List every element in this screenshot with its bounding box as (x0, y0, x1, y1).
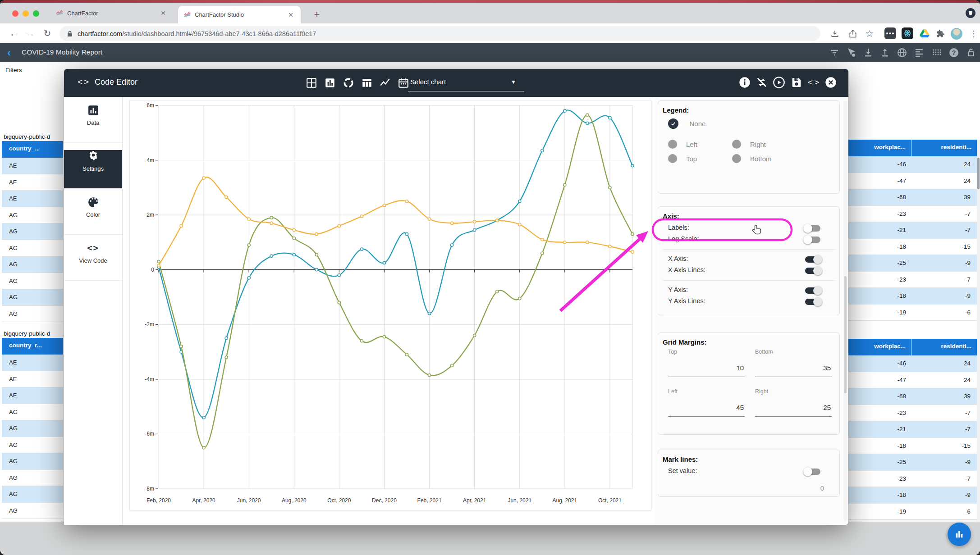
field-value[interactable]: 25 (823, 404, 831, 411)
filter-icon[interactable] (829, 47, 840, 58)
view-code-icon[interactable]: <> (808, 77, 821, 91)
browser-menu-icon[interactable]: ⋮ (967, 27, 980, 40)
new-tab-button[interactable]: + (310, 8, 324, 22)
panel-scrollbar[interactable] (843, 100, 847, 521)
grid-margin-bottom[interactable]: Bottom35 (755, 349, 832, 388)
table-row[interactable]: AG (2, 470, 63, 487)
bookmark-star-icon[interactable]: ☆ (863, 27, 876, 40)
table-row[interactable]: -4724 (848, 173, 977, 190)
legend-option-left[interactable]: Left (668, 140, 732, 149)
table-row[interactable]: AE (2, 371, 63, 388)
column-header-residential[interactable]: residenti... (911, 339, 977, 355)
grid-dots-icon[interactable] (931, 47, 942, 58)
toggle-on[interactable] (805, 299, 820, 305)
legend-option-top[interactable]: Top (668, 154, 732, 163)
toggle-on[interactable] (805, 268, 820, 274)
close-icon[interactable] (824, 76, 838, 90)
grid-margin-top[interactable]: Top10 (668, 349, 745, 388)
toggle-off[interactable] (805, 225, 820, 232)
align-list-icon[interactable] (914, 47, 925, 58)
disable-interactions-icon[interactable] (756, 76, 769, 90)
grid-margin-left[interactable]: Left45 (668, 388, 745, 428)
table-scrollbar[interactable] (977, 140, 980, 555)
traffic-light-close[interactable] (12, 10, 18, 17)
line-chart[interactable]: 6m4m2m0-2m-4m-6m-8mFeb, 2020Apr, 2020Jun… (130, 100, 651, 510)
table-row[interactable]: -23-7 (848, 471, 977, 487)
table-row[interactable]: AG (2, 453, 63, 470)
extension-drive-icon[interactable] (919, 27, 930, 39)
tab-chartfactor-studio[interactable]: ChartFactor Studio ✕ (178, 6, 301, 23)
extension-dots-icon[interactable]: ●●● (884, 27, 896, 39)
field-value[interactable]: 10 (736, 364, 744, 372)
download-page-icon[interactable] (829, 27, 841, 40)
table-row[interactable]: -23-7 (848, 206, 977, 223)
extensions-puzzle-icon[interactable] (934, 27, 947, 40)
save-icon[interactable] (790, 76, 804, 90)
extension-react-icon[interactable] (902, 27, 913, 39)
upload-icon[interactable] (879, 47, 890, 58)
legend-none-radio[interactable] (668, 118, 678, 129)
grid-margin-right[interactable]: Right25 (755, 388, 832, 428)
reload-button[interactable]: ↻ (41, 27, 54, 41)
add-chart-fab[interactable] (948, 523, 971, 546)
table-row[interactable]: AG (2, 273, 63, 290)
toggle-off[interactable] (805, 237, 820, 243)
table-row[interactable]: -19-6 (848, 305, 977, 321)
radio-icon[interactable] (668, 140, 677, 149)
radio-icon[interactable] (732, 140, 741, 149)
tab-close-icon[interactable]: ✕ (159, 9, 168, 17)
tab-close-icon[interactable]: ✕ (286, 11, 295, 18)
globe-icon[interactable] (897, 47, 907, 58)
avatar[interactable] (950, 27, 963, 40)
table-row[interactable]: AG (2, 223, 63, 240)
table-row[interactable]: -21-7 (848, 222, 977, 239)
table-row[interactable]: AG (2, 503, 63, 519)
chart-type-donut-icon[interactable] (343, 77, 355, 89)
table-row[interactable]: -23-7 (848, 405, 977, 422)
column-header-country[interactable]: country_... (2, 141, 63, 158)
table-row[interactable]: AG (2, 437, 63, 454)
table-row[interactable]: AG (2, 306, 63, 323)
table-row[interactable]: AE (2, 191, 63, 207)
column-header-country-region[interactable]: country_r... (2, 338, 63, 355)
browser-profile-badge[interactable] (966, 8, 975, 18)
table-row[interactable]: AG (2, 207, 63, 224)
table-row[interactable]: AG (2, 404, 63, 421)
table-row[interactable]: -25-9 (848, 454, 977, 471)
app-back-button[interactable]: ‹ (7, 46, 11, 59)
share-icon[interactable] (847, 27, 859, 40)
toggle-on[interactable] (805, 287, 820, 294)
field-value[interactable]: 45 (736, 404, 744, 411)
toggle-on[interactable] (805, 256, 820, 263)
legend-option-bottom[interactable]: Bottom (732, 154, 796, 163)
tab-chartfactor[interactable]: ChartFactor ✕ (50, 3, 173, 23)
table-row[interactable]: -6839 (848, 189, 977, 206)
chart-type-bar-icon[interactable] (324, 77, 336, 89)
table-row[interactable]: -6839 (848, 388, 977, 405)
table-row[interactable]: -18-15 (848, 239, 977, 255)
table-row[interactable]: -4624 (848, 355, 977, 372)
table-row[interactable]: -18-9 (848, 487, 977, 504)
legend-option-right[interactable]: Right (732, 140, 796, 149)
table-row[interactable]: -21-7 (848, 421, 977, 438)
table-row[interactable]: AG (2, 486, 63, 503)
table-row[interactable]: AE (2, 158, 63, 174)
download-icon[interactable] (863, 47, 874, 58)
table-row[interactable]: AE (2, 387, 63, 404)
traffic-light-minimize[interactable] (23, 10, 29, 17)
sidebar-item-data[interactable]: Data (64, 104, 122, 143)
column-header-workplaces[interactable]: workplac... (848, 140, 911, 156)
table-row[interactable]: -18-9 (848, 288, 977, 305)
radio-icon[interactable] (668, 154, 677, 163)
set-value-toggle[interactable] (805, 469, 820, 475)
run-icon[interactable] (773, 76, 786, 90)
sidebar-item-settings[interactable]: Settings (64, 150, 122, 189)
table-row[interactable]: -25-9 (848, 255, 977, 272)
table-row[interactable]: -23-7 (848, 272, 977, 288)
chart-type-grid-icon[interactable] (306, 77, 318, 89)
table-row[interactable]: AE (2, 174, 63, 191)
table-row[interactable]: AG (2, 256, 63, 273)
radio-icon[interactable] (732, 154, 741, 163)
chart-type-table-icon[interactable] (361, 77, 373, 89)
help-icon[interactable]: ? (948, 47, 959, 58)
